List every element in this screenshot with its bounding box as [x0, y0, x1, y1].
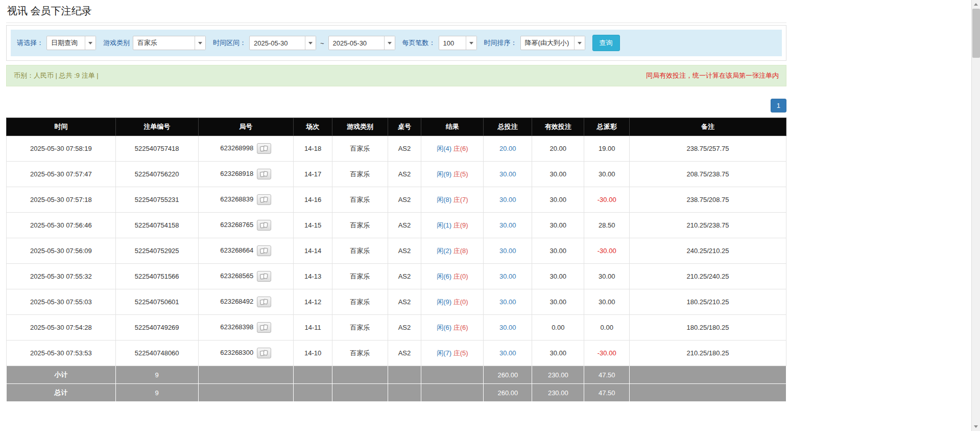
- cell-table-no: AS2: [388, 187, 421, 213]
- total-bet-link[interactable]: 30.00: [499, 273, 516, 280]
- scrollbar-thumb[interactable]: [972, 9, 980, 58]
- scrollbar-down-icon[interactable]: [972, 422, 980, 431]
- round-id-text: 623268839: [220, 195, 253, 203]
- sort-order-select[interactable]: 降幂(由大到小): [520, 36, 585, 50]
- cell-round-id: 623268300: [198, 341, 293, 366]
- cell-time: 2025-05-30 07:54:28: [7, 315, 116, 341]
- chevron-down-icon[interactable]: [384, 36, 395, 50]
- total-bet-link[interactable]: 20.00: [499, 145, 516, 152]
- playing-cards-icon[interactable]: [257, 143, 271, 154]
- cell-game-type: 百家乐: [332, 162, 388, 187]
- cell-round-id: 623268664: [198, 238, 293, 264]
- playing-cards-icon[interactable]: [257, 194, 271, 205]
- page-size-select[interactable]: 100: [439, 36, 477, 50]
- page-1-button[interactable]: 1: [771, 99, 786, 112]
- date-to-select[interactable]: 2025-05-30: [328, 36, 395, 50]
- table-row: 2025-05-30 07:55:03 522540750601 6232684…: [7, 289, 786, 315]
- round-id-text: 623268998: [220, 144, 253, 152]
- col-table-no: 桌号: [388, 118, 421, 136]
- chevron-down-icon[interactable]: [305, 36, 316, 50]
- cell-game-type: 百家乐: [332, 289, 388, 315]
- result-banker: 庄(5): [453, 170, 468, 178]
- total-bet-link[interactable]: 30.00: [499, 324, 516, 331]
- query-type-value: 日期查询: [47, 36, 85, 50]
- scrollbar-up-icon[interactable]: [972, 0, 980, 9]
- chevron-down-icon[interactable]: [195, 36, 205, 50]
- table-row: 2025-05-30 07:56:09 522540752925 6232686…: [7, 238, 786, 264]
- playing-cards-icon[interactable]: [257, 348, 271, 358]
- col-game-type: 游戏类别: [332, 118, 388, 136]
- total-bet-link[interactable]: 30.00: [499, 349, 516, 357]
- total-bet-link[interactable]: 30.00: [499, 298, 516, 306]
- subtotal-total-bet: 260.00: [484, 366, 532, 384]
- cell-time: 2025-05-30 07:55:03: [7, 289, 116, 315]
- cell-result: 闲(2) 庄(8): [421, 238, 484, 264]
- cell-time: 2025-05-30 07:56:09: [7, 238, 116, 264]
- cell-payout: 30.00: [584, 162, 630, 187]
- cell-round-id: 623268398: [198, 315, 293, 341]
- search-button[interactable]: 查询: [592, 35, 620, 51]
- result-player: 闲(6): [437, 324, 451, 331]
- total-bet-link[interactable]: 30.00: [499, 196, 516, 203]
- cell-game-type: 百家乐: [332, 315, 388, 341]
- game-type-label: 游戏类别: [103, 38, 130, 48]
- result-player: 闲(7): [437, 349, 451, 357]
- cell-game-type: 百家乐: [332, 136, 388, 162]
- cell-time: 2025-05-30 07:56:46: [7, 213, 116, 238]
- page-title: 视讯 会员下注纪录: [7, 4, 785, 18]
- cell-table-no: AS2: [388, 315, 421, 341]
- result-player: 闲(2): [437, 247, 451, 255]
- subtotal-label: 小计: [7, 366, 116, 384]
- cell-valid-bet: 30.00: [532, 187, 584, 213]
- cell-time: 2025-05-30 07:53:53: [7, 341, 116, 366]
- chevron-down-icon[interactable]: [574, 36, 585, 50]
- total-bet-link[interactable]: 30.00: [499, 247, 516, 255]
- playing-cards-icon[interactable]: [257, 169, 271, 179]
- cell-bet-id: 522540748060: [115, 341, 198, 366]
- date-from-select[interactable]: 2025-05-30: [249, 36, 316, 50]
- cell-valid-bet: 30.00: [532, 341, 584, 366]
- cell-bet-id: 522540756220: [115, 162, 198, 187]
- cell-payout: -30.00: [584, 341, 630, 366]
- scrollbar[interactable]: [971, 0, 980, 431]
- cell-remark: 208.75/238.75: [630, 162, 786, 187]
- result-player: 闲(4): [437, 145, 451, 152]
- cell-bet-id: 522540757418: [115, 136, 198, 162]
- currency-summary-text: 币别：人民币 | 总共 :9 注单 |: [14, 71, 99, 80]
- cell-valid-bet: 30.00: [532, 264, 584, 289]
- playing-cards-icon[interactable]: [257, 322, 271, 333]
- cell-valid-bet: 0.00: [532, 315, 584, 341]
- game-type-select[interactable]: 百家乐: [133, 36, 206, 50]
- query-type-select[interactable]: 日期查询: [46, 36, 96, 50]
- playing-cards-icon[interactable]: [257, 245, 271, 256]
- playing-cards-icon[interactable]: [257, 297, 271, 307]
- subtotal-row: 小计 9 260.00 230.00 47.50: [7, 366, 786, 384]
- col-result: 结果: [421, 118, 484, 136]
- cell-remark: 238.75/208.75: [630, 187, 786, 213]
- result-banker: 庄(0): [453, 298, 468, 306]
- sort-order-label: 时间排序：: [484, 38, 517, 48]
- cell-total-bet: 20.00: [484, 136, 532, 162]
- playing-cards-icon[interactable]: [257, 271, 271, 282]
- result-player: 闲(1): [437, 221, 451, 229]
- cell-total-bet: 30.00: [484, 213, 532, 238]
- playing-cards-icon[interactable]: [257, 220, 271, 231]
- cell-payout: 28.50: [584, 213, 630, 238]
- col-remark: 备注: [630, 118, 786, 136]
- round-id-text: 623268918: [220, 170, 253, 177]
- cell-session: 14-12: [293, 289, 332, 315]
- chevron-down-icon[interactable]: [466, 36, 476, 50]
- subtotal-payout: 47.50: [584, 366, 630, 384]
- total-bet-link[interactable]: 30.00: [499, 221, 516, 229]
- cell-time: 2025-05-30 07:57:47: [7, 162, 116, 187]
- cell-result: 闲(4) 庄(6): [421, 136, 484, 162]
- cell-session: 14-13: [293, 264, 332, 289]
- total-bet-link[interactable]: 30.00: [499, 170, 516, 178]
- round-id-text: 623268492: [220, 298, 253, 305]
- cell-session: 14-16: [293, 187, 332, 213]
- page-container: 视讯 会员下注纪录 请选择： 日期查询 游戏类别 百家乐 时间区间： 2025-…: [6, 0, 786, 402]
- cell-round-id: 623268918: [198, 162, 293, 187]
- chevron-down-icon[interactable]: [85, 36, 95, 50]
- cell-payout: 19.00: [584, 136, 630, 162]
- pagination: 1: [6, 99, 786, 112]
